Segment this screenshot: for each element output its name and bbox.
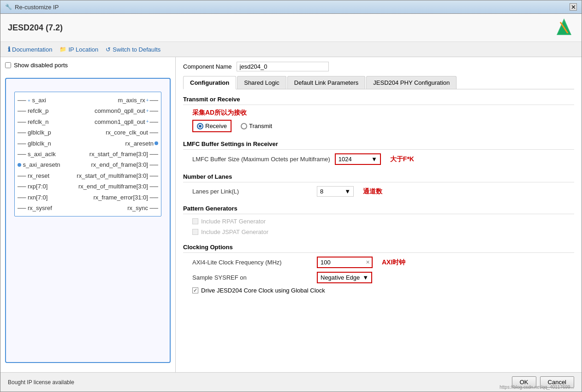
- sysref-select[interactable]: Negative Edge ▼: [317, 272, 372, 283]
- lmfc-annotation: 大于F*K: [390, 155, 414, 164]
- jspat-label: Include JSPAT Generator: [201, 228, 268, 235]
- port-row: ── glblclk_p rx_core_clk_out ──: [18, 127, 158, 138]
- lanes-select[interactable]: 8 ▼: [317, 186, 354, 197]
- port-row: ── rxp[7:0] rx_end_of_multiframe[3:0] ──: [18, 181, 158, 192]
- title-bar: 🔧 Re-customize IP ✕: [0, 0, 582, 14]
- main-content: Show disabled ports ── + s_axi m_axis_rx…: [0, 57, 582, 372]
- lmfc-select[interactable]: 1024 ▼: [335, 153, 381, 165]
- close-icon: ✕: [571, 4, 576, 11]
- drive-clock-label: Drive JESD204 Core Clock using Global Cl…: [201, 287, 325, 294]
- lanes-annotation: 通道数: [363, 187, 382, 196]
- main-window: 🔧 Re-customize IP ✕ JESD204 (7.2) ℹ Docu…: [0, 0, 582, 392]
- component-name-row: Component Name: [183, 62, 574, 71]
- port-row: ── glblclk_n rx_aresetn: [18, 138, 158, 149]
- switch-defaults-button[interactable]: ↺ Switch to Defaults: [106, 46, 160, 53]
- lmfc-label: LMFC Buffer Size (Maximum Octets per Mul…: [192, 156, 330, 163]
- transmit-receive-title: Transmit or Receive: [183, 96, 574, 105]
- axi-clear-icon[interactable]: ✕: [364, 258, 372, 266]
- component-diagram: ── + s_axi m_axis_rx + ── ── refclk_p co…: [5, 78, 171, 363]
- tab-bar: Configuration Shared Logic Default Link …: [183, 76, 574, 89]
- transmit-label: Transmit: [249, 123, 272, 129]
- transmit-radio-item: Transmit: [241, 123, 272, 129]
- receive-label: Receive: [205, 123, 227, 129]
- receive-annotation: 采集AD所以为接收: [192, 109, 247, 116]
- jspat-checkbox: [192, 229, 198, 235]
- footer: Bought IP license available OK Cancel: [0, 372, 582, 392]
- clocking-section: Clocking Options AXI4-Lite Clock Frequen…: [183, 244, 574, 294]
- window-icon: 🔧: [5, 4, 12, 10]
- show-ports-checkbox[interactable]: [5, 62, 11, 68]
- rpat-label: Include RPAT Generator: [201, 218, 266, 225]
- lanes-label: Lanes per Link(L): [192, 188, 312, 195]
- axi-annotation: AXI时钟: [382, 258, 405, 267]
- sysref-row: Sample SYSREF on Negative Edge ▼: [183, 272, 574, 283]
- port-row: ── s_axi_aclk rx_start_of_frame[3:0] ──: [18, 149, 158, 159]
- tab-default-link-parameters[interactable]: Default Link Parameters: [287, 76, 365, 89]
- lmfc-row: LMFC Buffer Size (Maximum Octets per Mul…: [183, 153, 574, 165]
- refresh-icon: ↺: [106, 46, 111, 53]
- port-row: ── + s_axi m_axis_rx + ──: [18, 95, 158, 105]
- receive-radio[interactable]: [197, 123, 203, 129]
- drive-clock-checkbox[interactable]: ✓: [192, 287, 198, 293]
- tab-jesd204-phy[interactable]: JESD204 PHY Configuration: [366, 76, 457, 89]
- left-panel: Show disabled ports ── + s_axi m_axis_rx…: [0, 57, 176, 372]
- transmit-radio[interactable]: [241, 123, 247, 129]
- port-row: ── refclk_p common0_qpll_out + ──: [18, 105, 158, 116]
- axi-clock-row: AXI4-Lite Clock Frequency (MHz) ✕ AXI时钟: [183, 257, 574, 268]
- info-icon: ℹ: [8, 46, 10, 53]
- url-bar: https://blog.csdn.net/qq_40117699...: [499, 385, 574, 390]
- component-inner: ── + s_axi m_axis_rx + ── ── refclk_p co…: [14, 92, 161, 216]
- axi-value-input[interactable]: [318, 257, 364, 267]
- tab-shared-logic[interactable]: Shared Logic: [237, 76, 286, 89]
- tab-configuration[interactable]: Configuration: [183, 76, 236, 89]
- toolbar: ℹ Documentation 📁 IP Location ↺ Switch t…: [0, 42, 582, 57]
- ip-location-button[interactable]: 📁 IP Location: [59, 46, 98, 53]
- port-row: ── refclk_n common1_qpll_out + ──: [18, 117, 158, 127]
- drive-clock-row: ✓ Drive JESD204 Core Clock using Global …: [183, 287, 574, 294]
- folder-icon: 📁: [59, 46, 66, 53]
- axi-label: AXI4-Lite Clock Frequency (MHz): [192, 259, 312, 266]
- license-label: Bought IP license available: [8, 379, 74, 386]
- component-name-input[interactable]: [237, 62, 329, 71]
- show-ports-label[interactable]: Show disabled ports: [5, 62, 171, 69]
- sysref-label: Sample SYSREF on: [192, 274, 312, 281]
- lmfc-section: LMFC Buffer Settings in Receiver LMFC Bu…: [183, 140, 574, 165]
- right-panel: Component Name Configuration Shared Logi…: [176, 57, 582, 372]
- transmit-receive-group: Receive Transmit: [183, 120, 574, 132]
- rpat-row: Include RPAT Generator: [183, 218, 574, 225]
- transmit-receive-section: Transmit or Receive 采集AD所以为接收 Receive Tr…: [183, 96, 574, 132]
- component-name-label: Component Name: [183, 63, 232, 70]
- sysref-dropdown-icon: ▼: [362, 274, 368, 281]
- lmfc-dropdown-icon: ▼: [371, 156, 377, 163]
- lanes-value: 8: [320, 188, 323, 195]
- port-row: s_axi_aresetn rx_end_of_frame[3:0] ──: [18, 159, 158, 170]
- lmfc-title: LMFC Buffer Settings in Receiver: [183, 140, 574, 150]
- rpat-checkbox: [192, 218, 198, 224]
- app-title: JESD204 (7.2): [8, 23, 63, 33]
- lmfc-value: 1024: [339, 156, 352, 163]
- pattern-generators-section: Pattern Generators Include RPAT Generato…: [183, 205, 574, 235]
- lanes-title: Number of Lanes: [183, 173, 574, 182]
- lanes-row: Lanes per Link(L) 8 ▼ 通道数: [183, 186, 574, 197]
- lanes-dropdown-icon: ▼: [344, 188, 350, 195]
- title-bar-left: 🔧 Re-customize IP: [5, 4, 59, 11]
- close-button[interactable]: ✕: [570, 3, 577, 11]
- port-row: ── rxn[7:0] rx_frame_error[31:0] ──: [18, 192, 158, 203]
- receive-radio-bordered: Receive: [192, 120, 232, 132]
- sysref-value: Negative Edge: [321, 274, 360, 281]
- documentation-button[interactable]: ℹ Documentation: [8, 46, 52, 53]
- logo: [554, 18, 574, 38]
- jspat-row: Include JSPAT Generator: [183, 228, 574, 235]
- window-title: Re-customize IP: [15, 4, 59, 11]
- port-row: ── rx_reset rx_start_of_multiframe[3:0] …: [18, 170, 158, 181]
- clocking-title: Clocking Options: [183, 244, 574, 253]
- axi-input-wrapper: ✕: [317, 257, 373, 268]
- pattern-generators-title: Pattern Generators: [183, 205, 574, 214]
- lanes-section: Number of Lanes Lanes per Link(L) 8 ▼ 通道…: [183, 173, 574, 197]
- port-row: ── rx_sysref rx_sync ──: [18, 203, 158, 213]
